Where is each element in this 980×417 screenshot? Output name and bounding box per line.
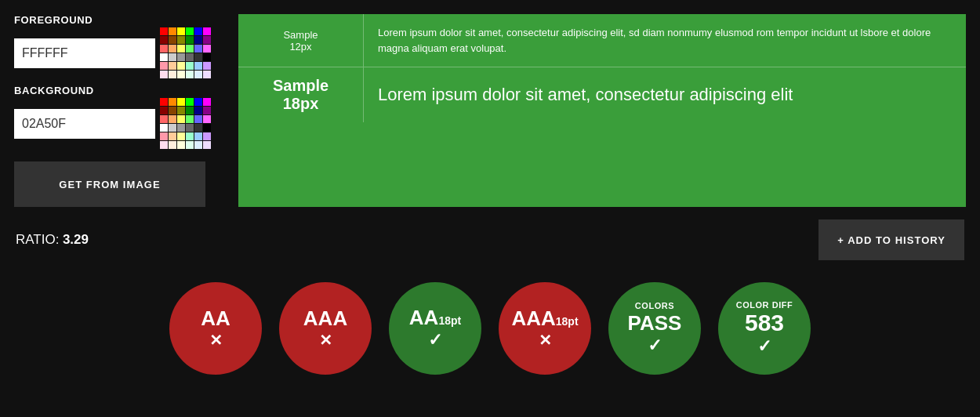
swatch-cell[interactable] <box>177 71 185 78</box>
swatch-cell[interactable] <box>160 53 168 61</box>
ratio-row: RATIO: 3.29 + ADD TO HISTORY <box>14 219 966 260</box>
swatch-cell[interactable] <box>169 53 176 61</box>
swatch-cell[interactable] <box>160 27 168 35</box>
foreground-label: FOREGROUND <box>14 14 226 26</box>
swatch-cell[interactable] <box>169 115 176 123</box>
main-container: FOREGROUND BACKGROUND GET FROM IMAGE <box>0 0 980 390</box>
swatch-cell[interactable] <box>203 98 211 106</box>
swatch-cell[interactable] <box>177 141 185 149</box>
swatch-cell[interactable] <box>203 53 211 61</box>
swatch-cell[interactable] <box>177 124 185 132</box>
get-from-image-button[interactable]: GET FROM IMAGE <box>14 161 205 207</box>
foreground-input[interactable] <box>14 38 155 68</box>
swatch-cell[interactable] <box>160 45 168 53</box>
swatch-cell[interactable] <box>160 115 168 123</box>
circle-aa18pt-label: AA <box>409 306 439 329</box>
swatch-cell[interactable] <box>186 36 194 44</box>
swatch-cell[interactable] <box>194 132 202 140</box>
swatch-cell[interactable] <box>186 141 194 149</box>
swatch-cell[interactable] <box>160 62 168 70</box>
swatch-cell[interactable] <box>203 107 211 114</box>
circle-aa18pt-status: ✓ <box>428 330 442 350</box>
swatch-cell[interactable] <box>194 53 202 61</box>
swatch-cell[interactable] <box>160 124 168 132</box>
swatch-cell[interactable] <box>169 45 176 53</box>
swatch-cell[interactable] <box>194 36 202 44</box>
add-to-history-button[interactable]: + ADD TO HISTORY <box>818 219 964 260</box>
sample-large-size: 18px <box>283 95 319 113</box>
swatch-cell[interactable] <box>203 115 211 123</box>
swatch-cell[interactable] <box>186 124 194 132</box>
swatch-cell[interactable] <box>186 27 194 35</box>
swatch-cell[interactable] <box>169 132 176 140</box>
preview-panel: Sample 12px Lorem ipsum dolor sit amet, … <box>238 14 966 207</box>
swatch-cell[interactable] <box>160 107 168 114</box>
background-swatch-grid[interactable] <box>160 98 211 149</box>
swatch-cell[interactable] <box>203 124 211 132</box>
swatch-cell[interactable] <box>186 71 194 78</box>
swatch-cell[interactable] <box>160 36 168 44</box>
swatch-cell[interactable] <box>203 141 211 149</box>
swatch-cell[interactable] <box>169 36 176 44</box>
foreground-swatch-grid[interactable] <box>160 27 211 78</box>
swatch-cell[interactable] <box>177 27 185 35</box>
circles-row: AA ✕ AAA ✕ AA18pt ✓ AAA18pt ✕ COLORS PAS… <box>14 282 966 383</box>
swatch-cell[interactable] <box>177 45 185 53</box>
swatch-cell[interactable] <box>177 36 185 44</box>
swatch-cell[interactable] <box>177 107 185 114</box>
swatch-cell[interactable] <box>169 141 176 149</box>
swatch-cell[interactable] <box>177 115 185 123</box>
swatch-cell[interactable] <box>177 53 185 61</box>
circle-aaa18pt-status: ✕ <box>539 331 552 350</box>
swatch-cell[interactable] <box>177 132 185 140</box>
foreground-input-row <box>14 27 226 78</box>
sample-small-size: 12px <box>289 41 311 53</box>
swatch-cell[interactable] <box>169 107 176 114</box>
circle-aaa: AAA ✕ <box>279 282 372 375</box>
swatch-cell[interactable] <box>186 98 194 106</box>
swatch-cell[interactable] <box>194 141 202 149</box>
swatch-cell[interactable] <box>186 107 194 114</box>
swatch-cell[interactable] <box>160 132 168 140</box>
swatch-cell[interactable] <box>203 71 211 78</box>
swatch-cell[interactable] <box>169 71 176 78</box>
sample-small-cell: Sample 12px <box>238 14 364 67</box>
swatch-cell[interactable] <box>169 27 176 35</box>
swatch-cell[interactable] <box>169 62 176 70</box>
swatch-cell[interactable] <box>194 124 202 132</box>
swatch-cell[interactable] <box>203 62 211 70</box>
swatch-cell[interactable] <box>160 98 168 106</box>
swatch-cell[interactable] <box>203 36 211 44</box>
swatch-cell[interactable] <box>169 124 176 132</box>
swatch-cell[interactable] <box>169 98 176 106</box>
swatch-cell[interactable] <box>194 45 202 53</box>
swatch-cell[interactable] <box>186 62 194 70</box>
swatch-cell[interactable] <box>203 45 211 53</box>
preview-row-small: Sample 12px Lorem ipsum dolor sit amet, … <box>238 14 966 67</box>
foreground-section: FOREGROUND <box>14 14 226 78</box>
swatch-cell[interactable] <box>194 27 202 35</box>
ratio-value: 3.29 <box>63 232 89 247</box>
background-input-row <box>14 98 226 149</box>
sample-large-cell: Sample 18px <box>238 67 364 122</box>
swatch-cell[interactable] <box>160 71 168 78</box>
swatch-cell[interactable] <box>186 45 194 53</box>
background-input[interactable] <box>14 109 155 139</box>
swatch-cell[interactable] <box>194 107 202 114</box>
left-panel: FOREGROUND BACKGROUND GET FROM IMAGE <box>14 14 226 207</box>
swatch-cell[interactable] <box>203 132 211 140</box>
swatch-cell[interactable] <box>177 62 185 70</box>
swatch-cell[interactable] <box>194 62 202 70</box>
swatch-cell[interactable] <box>194 98 202 106</box>
circle-aa-status: ✕ <box>209 331 223 350</box>
swatch-cell[interactable] <box>160 141 168 149</box>
circle-colors-top-label: COLORS <box>635 301 674 310</box>
swatch-cell[interactable] <box>177 98 185 106</box>
swatch-cell[interactable] <box>186 53 194 61</box>
swatch-cell[interactable] <box>194 115 202 123</box>
swatch-cell[interactable] <box>194 71 202 78</box>
swatch-cell[interactable] <box>186 132 194 140</box>
swatch-cell[interactable] <box>203 27 211 35</box>
button-row: GET FROM IMAGE <box>14 161 226 207</box>
swatch-cell[interactable] <box>186 115 194 123</box>
